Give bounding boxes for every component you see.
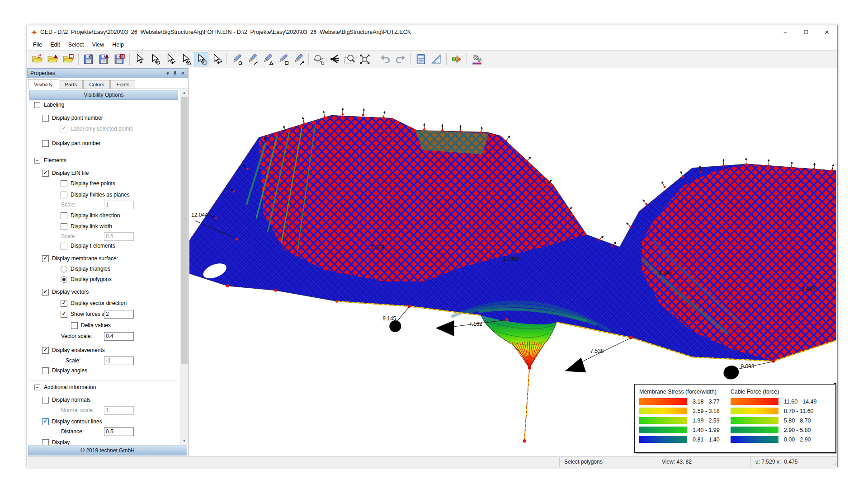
menu-view[interactable]: View	[88, 40, 108, 49]
zoom-fit-button[interactable]	[358, 52, 372, 66]
checkbox-display-vector-direction[interactable]: Display vector direction	[61, 299, 127, 308]
draw-point-button[interactable]	[230, 52, 244, 66]
tab-fonts[interactable]: Fonts	[110, 80, 135, 89]
section-additional-information[interactable]: −Additional information	[34, 383, 96, 392]
checkbox-display-enslavements[interactable]: Display enslavements	[42, 346, 105, 355]
draw-polygon-button[interactable]	[276, 52, 290, 66]
settings-button[interactable]	[470, 52, 484, 66]
checkbox-display-link-direction[interactable]: Display link direction	[61, 211, 120, 220]
save-triangle-button[interactable]	[97, 52, 111, 66]
select-polygon-button[interactable]	[194, 52, 208, 66]
vector-scale-input[interactable]	[104, 332, 134, 341]
menu-select[interactable]: Select	[64, 40, 88, 49]
scroll-down-icon[interactable]: ▼	[180, 437, 188, 445]
open-square-button[interactable]	[61, 52, 75, 66]
viewport-3d[interactable]: 12.044 7.608 17.916 9.346 9.439 9.145 7.…	[189, 68, 837, 456]
checkbox[interactable]	[42, 170, 49, 177]
draw-line-button[interactable]	[245, 52, 259, 66]
panel-menu-icon[interactable]: ▾	[166, 70, 169, 76]
resize-grip[interactable]	[830, 457, 837, 467]
pin-icon[interactable]	[173, 71, 177, 76]
calculator-button[interactable]	[414, 52, 428, 66]
select-point-button[interactable]	[148, 52, 162, 66]
checkbox-display-ein-file[interactable]: Display EIN file	[42, 169, 89, 178]
checkbox-clipped-row[interactable]: Display	[42, 438, 70, 445]
tab-parts[interactable]: Parts	[59, 80, 83, 89]
close-button[interactable]: ✕	[816, 25, 837, 39]
open-hash-button[interactable]	[31, 52, 44, 66]
checkbox-display-angles[interactable]: Display angles	[42, 366, 87, 375]
checkbox[interactable]	[61, 243, 67, 249]
draw-triangle-button[interactable]	[261, 52, 274, 66]
draw-edge-button[interactable]	[292, 52, 305, 66]
minimize-button[interactable]: –	[775, 25, 796, 39]
checkbox[interactable]	[42, 418, 49, 425]
checkbox[interactable]	[61, 223, 67, 230]
checkbox[interactable]	[42, 140, 49, 147]
zoom-window-button[interactable]	[343, 52, 356, 66]
checkbox[interactable]	[42, 255, 49, 262]
show-forces-input[interactable]	[104, 310, 134, 319]
radio[interactable]	[61, 276, 67, 283]
checkbox-display-t-elements[interactable]: Display t-elements	[61, 241, 115, 250]
checkbox-display-vectors[interactable]: Display vectors	[42, 287, 89, 296]
save-hash-button[interactable]	[82, 52, 95, 66]
checkbox-display-membrane-surface[interactable]: Display membrane surface:	[42, 254, 118, 263]
tab-visibility[interactable]: Visibility	[28, 79, 58, 89]
orbit-button[interactable]	[312, 52, 326, 66]
checkbox-display-normals[interactable]: Display normals	[42, 395, 90, 404]
checkbox[interactable]	[61, 311, 67, 318]
checkbox-delta-values[interactable]: Delta values	[71, 321, 111, 330]
rays-button[interactable]	[327, 52, 341, 66]
checkbox-display-part-number[interactable]: Display part number	[42, 139, 100, 148]
checkbox[interactable]	[42, 397, 49, 404]
checkbox[interactable]	[42, 289, 49, 296]
normal-scale-input[interactable]	[104, 406, 134, 415]
section-elements[interactable]: −Elements	[34, 156, 66, 165]
checkbox[interactable]	[61, 300, 67, 307]
redo-button[interactable]	[394, 52, 407, 66]
set-square-button[interactable]	[429, 52, 443, 66]
radio[interactable]	[61, 266, 67, 272]
checkbox[interactable]	[61, 212, 67, 219]
distance-input[interactable]	[104, 427, 134, 436]
scroll-up-icon[interactable]: ▲	[180, 89, 188, 97]
open-triangle-button[interactable]	[46, 52, 60, 66]
maximize-button[interactable]: ☐	[796, 25, 816, 39]
scrollbar-thumb[interactable]	[181, 97, 188, 364]
undo-button[interactable]	[378, 52, 392, 66]
menu-help[interactable]: Help	[108, 40, 128, 49]
radio-display-triangles[interactable]: Display triangles	[61, 264, 110, 273]
save-square-button[interactable]	[113, 52, 126, 66]
select-cursor-button[interactable]	[133, 52, 146, 66]
collapse-icon[interactable]: −	[34, 385, 40, 390]
checkbox[interactable]	[61, 180, 67, 187]
checkbox[interactable]	[71, 322, 78, 329]
checkbox-display-fixities[interactable]: Display fixities as planes	[61, 190, 130, 199]
checkbox[interactable]	[61, 192, 67, 198]
checkbox-display-free-points[interactable]: Display free points	[61, 179, 115, 188]
fixities-scale-input[interactable]	[104, 201, 134, 209]
checkbox[interactable]	[42, 347, 49, 354]
checkbox-display-point-number[interactable]: Display point number	[42, 113, 103, 122]
collapse-icon[interactable]: −	[34, 158, 40, 164]
checkbox[interactable]	[42, 439, 49, 445]
select-line-button[interactable]	[164, 52, 177, 66]
section-labeling[interactable]: −Labeling	[34, 100, 64, 109]
checkbox[interactable]	[42, 367, 49, 374]
menu-edit[interactable]: Edit	[46, 40, 64, 49]
select-triangle-button[interactable]	[179, 52, 193, 66]
select-edge-button[interactable]	[210, 52, 223, 66]
collapse-icon[interactable]: −	[34, 102, 40, 108]
checkbox-display-contour-lines[interactable]: Display contour lines	[42, 417, 102, 426]
menu-file[interactable]: File	[29, 40, 46, 49]
radio-display-polygons[interactable]: Display polygons	[61, 275, 112, 284]
panel-scrollbar[interactable]: ▲ ▼	[180, 89, 188, 445]
tab-colors[interactable]: Colors	[83, 80, 110, 89]
fem-view-button[interactable]	[450, 52, 463, 66]
link-width-scale-input[interactable]	[104, 232, 134, 241]
checkbox[interactable]	[42, 115, 49, 122]
panel-close-icon[interactable]: ✕	[181, 70, 185, 76]
enslavements-scale-input[interactable]	[104, 357, 134, 365]
checkbox-display-link-width[interactable]: Display link width	[61, 222, 112, 231]
